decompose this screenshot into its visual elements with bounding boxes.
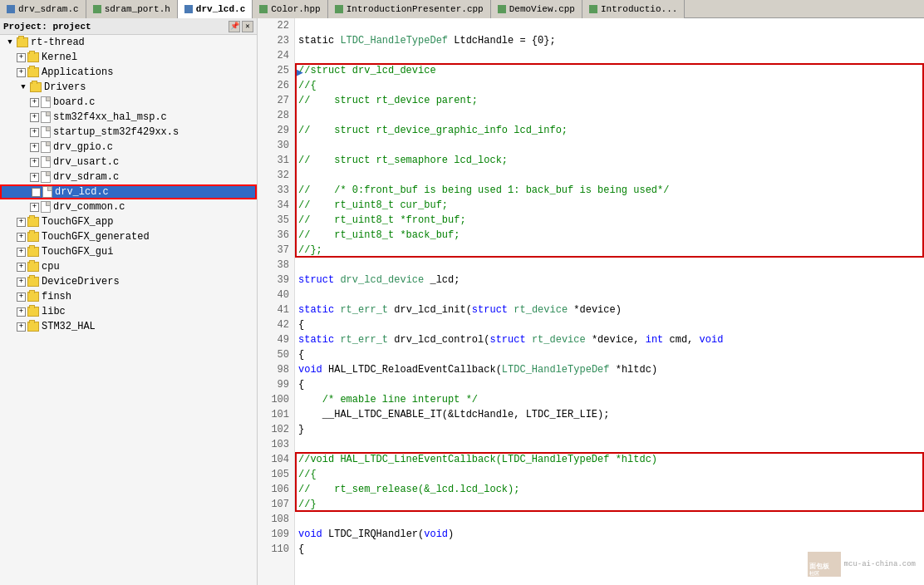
tab-sdram-port[interactable]: sdram_port.h xyxy=(86,0,178,18)
tree-item-drv-gpio[interactable]: + drv_gpio.c xyxy=(0,140,257,155)
tab-icon-sdram-port xyxy=(93,5,101,13)
tree-item-touchgfx-gui[interactable]: + TouchGFX_gui xyxy=(0,244,257,259)
tree-item-stm32hal[interactable]: + stm32f4xx_hal_msp.c xyxy=(0,110,257,125)
plus-drv-lcd: + xyxy=(32,188,41,197)
code-line-103 xyxy=(295,437,924,452)
tree-label-touchgfx-app: TouchGFX_app xyxy=(42,216,113,228)
tab-intro-presenter[interactable]: IntroductionPresenter.cpp xyxy=(328,0,491,18)
code-line-107: //} xyxy=(295,497,924,512)
code-line-102: } xyxy=(295,422,924,437)
tab-label-intro: Introductio... xyxy=(601,4,677,14)
file-icon-drv-lcd xyxy=(42,186,52,198)
tree-item-drv-lcd[interactable]: + drv_lcd.c xyxy=(0,184,257,199)
tree-label-board: board.c xyxy=(53,96,95,108)
watermark: 面包板 社区 mcu-ai-china.com xyxy=(808,552,916,577)
linenum-98: 98 xyxy=(258,362,294,377)
sidebar-actions: 📌 ✕ xyxy=(229,21,253,32)
code-line-33: // /* 0:front_buf is being used 1: back_… xyxy=(295,183,924,198)
tree-item-finsh[interactable]: + finsh xyxy=(0,289,257,304)
folder-icon-kernel xyxy=(27,52,39,62)
tab-icon-color xyxy=(259,5,268,13)
code-line-35: // rt_uint8_t *front_buf; xyxy=(295,213,924,228)
tree-item-drivers[interactable]: ▼ Drivers xyxy=(0,80,257,95)
linenum-26: 26 xyxy=(258,78,294,93)
tree-item-startup[interactable]: + startup_stm32f429xx.s xyxy=(0,125,257,140)
code-line-38 xyxy=(295,258,924,273)
file-icon-board xyxy=(41,96,51,108)
svg-text:社区: 社区 xyxy=(808,570,819,577)
tab-intro[interactable]: Introductio... xyxy=(582,0,685,18)
plus-touchgfx-gui: + xyxy=(17,248,26,257)
plus-drv-usart: + xyxy=(30,158,39,167)
linenum-49: 49 xyxy=(258,332,294,347)
tree-item-kernel[interactable]: + Kernel xyxy=(0,50,257,65)
code-line-32 xyxy=(295,168,924,183)
plus-cpu: + xyxy=(17,263,26,272)
tree-label-applications: Applications xyxy=(42,66,113,78)
tab-color[interactable]: Color.hpp xyxy=(253,0,327,18)
linenum-28: 28 xyxy=(258,108,294,123)
tree-item-cpu[interactable]: + cpu xyxy=(0,259,257,274)
tab-label-drv-lcd: drv_lcd.c xyxy=(196,4,245,14)
sidebar: Project: project 📌 ✕ ▼ rt-thread + Kerne… xyxy=(0,18,258,585)
plus-kernel: + xyxy=(17,53,26,62)
sidebar-close-btn[interactable]: ✕ xyxy=(242,21,253,32)
tree-label-drv-sdram: drv_sdram.c xyxy=(53,171,119,183)
tab-icon-drv-sdram xyxy=(7,5,15,13)
linenum-50: 50 xyxy=(258,347,294,362)
code-line-50: { xyxy=(295,347,924,362)
watermark-text-url: mcu-ai-china.com xyxy=(844,560,916,568)
linenum-108: 108 xyxy=(258,512,294,527)
tree-label-stm32-hal: STM32_HAL xyxy=(42,321,96,332)
code-line-39: struct drv_lcd_device _lcd; xyxy=(295,273,924,288)
code-line-106: // rt_sem_release(&_lcd.lcd_lock); xyxy=(295,482,924,497)
plus-applications: + xyxy=(17,68,26,77)
code-line-104: //void HAL_LTDC_LineEventCallback(LTDC_H… xyxy=(295,452,924,467)
tree-item-stm32-hal[interactable]: + STM32_HAL xyxy=(0,319,257,334)
tree-label-libc: libc xyxy=(42,306,66,317)
tree-item-rt-thread[interactable]: ▼ rt-thread xyxy=(0,35,257,50)
tab-drv-sdram[interactable]: drv_sdram.c xyxy=(0,0,86,18)
plus-finsh: + xyxy=(17,292,26,302)
plus-drv-gpio: + xyxy=(30,143,39,152)
tree-item-drv-sdram[interactable]: + drv_sdram.c xyxy=(0,170,257,184)
sidebar-header: Project: project 📌 ✕ xyxy=(0,18,257,35)
linenum-38: 38 xyxy=(258,258,294,273)
tree-item-touchgfx-gen[interactable]: + TouchGFX_generated xyxy=(0,229,257,244)
code-line-29: // struct rt_device_graphic_info lcd_inf… xyxy=(295,123,924,138)
tree-item-touchgfx-app[interactable]: + TouchGFX_app xyxy=(0,214,257,229)
linenum-110: 110 xyxy=(258,542,294,557)
folder-icon-libc xyxy=(27,307,39,317)
code-line-34: // rt_uint8_t cur_buf; xyxy=(295,198,924,213)
code-lines: ▶ static LTDC_HandleTypeDef LtdcHandle =… xyxy=(295,18,924,585)
svg-text:面包板: 面包板 xyxy=(809,563,830,570)
tree-item-device-drivers[interactable]: + DeviceDrivers xyxy=(0,274,257,289)
sidebar-pin-btn[interactable]: 📌 xyxy=(229,21,240,32)
code-line-23: static LTDC_HandleTypeDef LtdcHandle = {… xyxy=(295,33,924,48)
tab-label-drv-sdram: drv_sdram.c xyxy=(18,4,79,14)
tab-label-sdram-port: sdram_port.h xyxy=(105,4,170,14)
tab-label-demo-view: DemoView.cpp xyxy=(509,4,575,14)
plus-touchgfx-app: + xyxy=(17,218,26,227)
tab-demo-view[interactable]: DemoView.cpp xyxy=(491,0,582,18)
tree-item-libc[interactable]: + libc xyxy=(0,304,257,319)
linenum-29: 29 xyxy=(258,123,294,138)
tree-item-drv-common[interactable]: + drv_common.c xyxy=(0,199,257,214)
file-icon-stm32hal xyxy=(41,111,51,123)
tab-icon-demo-view xyxy=(498,5,506,13)
tree-label-touchgfx-gui: TouchGFX_gui xyxy=(42,246,113,258)
linenum-109: 109 xyxy=(258,527,294,542)
code-area[interactable]: 22 23 24 25 26 27 28 29 30 31 32 33 34 3… xyxy=(258,18,924,585)
code-line-24 xyxy=(295,48,924,63)
tree-item-drv-usart[interactable]: + drv_usart.c xyxy=(0,155,257,170)
code-line-30 xyxy=(295,138,924,153)
tree-item-applications[interactable]: + Applications xyxy=(0,65,257,80)
linenum-35: 35 xyxy=(258,213,294,228)
tab-icon-intro-presenter xyxy=(335,5,343,13)
code-line-37: //}; xyxy=(295,243,924,258)
tab-drv-lcd[interactable]: drv_lcd.c xyxy=(178,0,253,18)
linenum-22: 22 xyxy=(258,18,294,33)
folder-icon-touchgfx-gui xyxy=(27,247,39,257)
tree-item-board[interactable]: + board.c xyxy=(0,95,257,110)
linenum-105: 105 xyxy=(258,467,294,482)
